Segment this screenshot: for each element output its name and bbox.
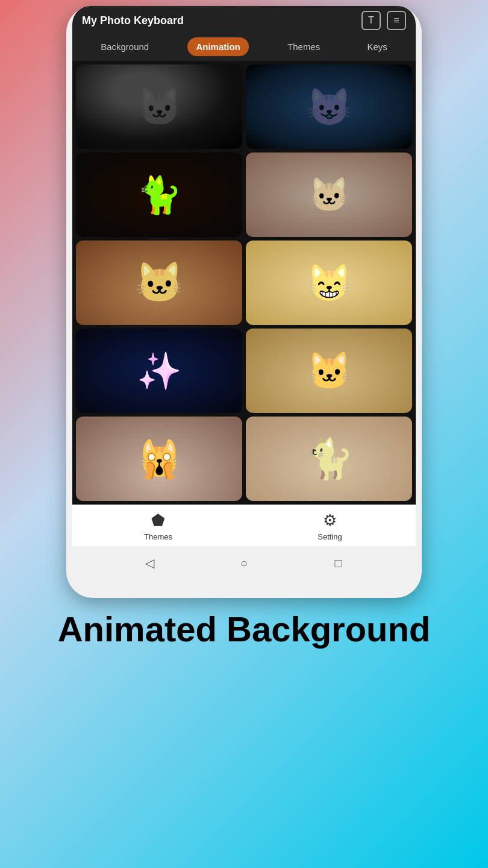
grid-item[interactable] <box>246 329 412 413</box>
grid-item[interactable] <box>76 153 242 237</box>
bottom-nav: ⬟ Themes ⚙ Setting <box>72 505 416 546</box>
top-bar: My Photo Keyboard T ≡ <box>72 6 416 35</box>
bottom-text-container: Animated Background <box>46 610 443 649</box>
themes-label: Themes <box>144 532 172 541</box>
bottom-nav-setting[interactable]: ⚙ Setting <box>244 511 416 541</box>
phone-screen: My Photo Keyboard T ≡ Background Animati… <box>72 6 416 546</box>
tab-animation[interactable]: Animation <box>187 37 248 56</box>
top-bar-icons: T ≡ <box>361 11 406 30</box>
grid-item[interactable] <box>246 241 412 325</box>
setting-icon: ⚙ <box>323 511 337 530</box>
app-title: My Photo Keyboard <box>82 14 184 27</box>
grid-item[interactable] <box>246 417 412 501</box>
animated-background-text: Animated Background <box>58 610 431 649</box>
android-nav: ◁ ○ □ <box>66 546 422 580</box>
phone-shell: My Photo Keyboard T ≡ Background Animati… <box>66 6 422 598</box>
grid-item[interactable] <box>76 64 242 149</box>
grid-item[interactable] <box>76 329 242 413</box>
grid-item[interactable]: ♡ <box>246 153 412 237</box>
recents-button[interactable]: □ <box>330 555 347 571</box>
bottom-nav-themes[interactable]: ⬟ Themes <box>72 511 244 541</box>
heart-icon: ♡ <box>323 187 335 203</box>
home-button[interactable]: ○ <box>236 555 252 571</box>
font-size-icon[interactable]: T <box>361 11 381 30</box>
tab-background[interactable]: Background <box>92 37 157 56</box>
setting-label: Setting <box>318 532 342 541</box>
tab-themes[interactable]: Themes <box>279 37 328 56</box>
grid-item[interactable] <box>76 417 242 501</box>
tab-keys[interactable]: Keys <box>358 37 395 56</box>
back-button[interactable]: ◁ <box>141 555 158 571</box>
menu-icon[interactable]: ≡ <box>387 11 406 30</box>
themes-icon: ⬟ <box>151 511 165 530</box>
grid-item[interactable] <box>76 241 242 325</box>
grid-item[interactable] <box>246 64 412 149</box>
image-grid: ♡ <box>72 61 416 505</box>
nav-tabs: Background Animation Themes Keys <box>72 35 416 61</box>
